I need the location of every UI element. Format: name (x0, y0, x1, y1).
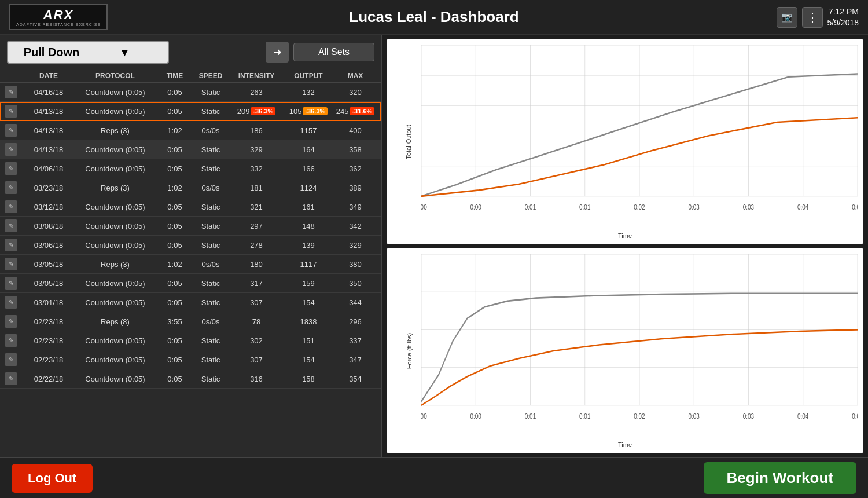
col-time: TIME (159, 72, 191, 80)
cell-speed: 0s/0s (191, 317, 230, 326)
cell-protocol: Countdown (0:05) (72, 222, 159, 230)
header-right: 📷 ⋮ 7:12 PM 5/9/2018 (743, 6, 859, 27)
cell-intensity: 209-36.3% (230, 107, 282, 116)
camera-icon: 📷 (781, 12, 793, 23)
cell-protocol: Countdown (0:05) (72, 107, 159, 116)
table-row[interactable]: ✎03/05/18Countdown (0:05)0:05Static31715… (0, 274, 381, 293)
table-row[interactable]: ✎03/23/18Reps (3)1:020s/0s1811124389 (0, 178, 381, 197)
menu-button[interactable]: ⋮ (802, 7, 823, 28)
cell-time: 0:05 (159, 107, 191, 116)
bottom-chart-ylabel: Force (ft-lbs) (406, 332, 413, 368)
table-row[interactable]: ✎03/08/18Countdown (0:05)0:05Static29714… (0, 217, 381, 236)
cell-time: 0:05 (159, 298, 191, 307)
cell-intensity: 297 (230, 222, 282, 230)
table-header: DATE PROTOCOL TIME SPEED INTENSITY OUTPU… (0, 69, 381, 83)
table-row[interactable]: ✎03/12/18Countdown (0:05)0:05Static32116… (0, 197, 381, 217)
cell-protocol: Countdown (0:05) (72, 88, 159, 97)
table-row[interactable]: ✎02/23/18Reps (8)3:550s/0s781838296 (0, 312, 381, 331)
edit-icon[interactable]: ✎ (5, 239, 25, 251)
cell-time: 0:05 (159, 88, 191, 97)
cell-speed: Static (191, 145, 230, 154)
cell-max: 358 (334, 145, 376, 154)
cell-intensity: 316 (230, 375, 282, 383)
edit-icon[interactable]: ✎ (5, 353, 25, 366)
cell-protocol: Countdown (0:05) (72, 203, 159, 211)
table-row[interactable]: ✎04/13/18Countdown (0:05)0:05Static209-3… (0, 102, 381, 121)
arrow-button[interactable]: ➜ (266, 42, 289, 63)
exercise-dropdown[interactable]: Pull Down ▾ (7, 41, 169, 64)
cell-protocol: Countdown (0:05) (72, 241, 159, 250)
table-row[interactable]: ✎03/05/18Reps (3)1:020s/0s1801117380 (0, 255, 381, 274)
table-row[interactable]: ✎03/01/18Countdown (0:05)0:05Static30715… (0, 293, 381, 312)
camera-button[interactable]: 📷 (777, 7, 797, 28)
top-chart-svg: 0 40 80 120 160 200 0:00 0:00 0:01 0:01 … (421, 45, 858, 226)
cell-time: 0:05 (159, 241, 191, 250)
cell-speed: Static (191, 298, 230, 307)
cell-intensity: 317 (230, 279, 282, 288)
edit-icon[interactable]: ✎ (5, 200, 25, 213)
cell-max: 344 (334, 298, 376, 307)
edit-icon[interactable]: ✎ (5, 315, 25, 328)
top-chart-xlabel: Time (618, 232, 632, 239)
cell-max: 329 (334, 241, 376, 250)
svg-text:0:01: 0:01 (525, 203, 536, 211)
edit-icon[interactable]: ✎ (5, 334, 25, 347)
table-row[interactable]: ✎02/23/18Countdown (0:05)0:05Static30715… (0, 350, 381, 369)
svg-text:0:04: 0:04 (797, 203, 809, 211)
cell-speed: Static (191, 164, 230, 173)
edit-icon[interactable]: ✎ (5, 124, 25, 137)
cell-date: 02/23/18 (25, 356, 72, 364)
table-row[interactable]: ✎04/13/18Countdown (0:05)0:05Static32916… (0, 140, 381, 159)
cell-protocol: Countdown (0:05) (72, 298, 159, 307)
cell-speed: Static (191, 336, 230, 345)
logout-button[interactable]: Log Out (12, 464, 93, 493)
cell-date: 03/05/18 (25, 279, 72, 288)
table-row[interactable]: ✎04/13/18Reps (3)1:020s/0s1861157400 (0, 121, 381, 140)
svg-text:0:01: 0:01 (579, 203, 590, 211)
table-row[interactable]: ✎02/22/18Countdown (0:05)0:05Static31615… (0, 369, 381, 389)
cell-time: 0:05 (159, 356, 191, 364)
table-body: ✎04/16/18Countdown (0:05)0:05Static26313… (0, 83, 381, 457)
table-row[interactable]: ✎04/16/18Countdown (0:05)0:05Static26313… (0, 83, 381, 102)
page-title: Lucas Leal - Dashboard (125, 8, 743, 26)
edit-icon[interactable]: ✎ (5, 258, 25, 270)
edit-icon[interactable]: ✎ (5, 143, 25, 156)
cell-max: 320 (334, 88, 376, 97)
svg-text:0:02: 0:02 (634, 203, 645, 211)
edit-icon[interactable]: ✎ (5, 181, 25, 194)
cell-date: 02/23/18 (25, 336, 72, 345)
col-edit (5, 72, 25, 80)
edit-icon[interactable]: ✎ (5, 86, 25, 98)
cell-protocol: Countdown (0:05) (72, 145, 159, 154)
cell-date: 04/13/18 (25, 126, 72, 135)
begin-workout-button[interactable]: Begin Workout (704, 462, 856, 494)
cell-output: 159 (282, 279, 334, 288)
cell-intensity: 180 (230, 260, 282, 269)
cell-protocol: Countdown (0:05) (72, 375, 159, 383)
cell-max: 245-31.6% (334, 107, 376, 116)
cell-max: 354 (334, 375, 376, 383)
col-speed: SPEED (191, 72, 230, 80)
table-row[interactable]: ✎02/23/18Countdown (0:05)0:05Static30215… (0, 331, 381, 350)
cell-intensity: 332 (230, 164, 282, 173)
cell-protocol: Countdown (0:05) (72, 164, 159, 173)
edit-icon[interactable]: ✎ (5, 162, 25, 175)
cell-max: 342 (334, 222, 376, 230)
col-date: DATE (25, 72, 72, 80)
table-row[interactable]: ✎04/06/18Countdown (0:05)0:05Static33216… (0, 159, 381, 178)
logo-text: ARX (43, 8, 73, 23)
edit-icon[interactable]: ✎ (5, 296, 25, 309)
table-row[interactable]: ✎03/06/18Countdown (0:05)0:05Static27813… (0, 236, 381, 255)
cell-output: 164 (282, 145, 334, 154)
bottom-chart-xlabel: Time (618, 441, 632, 448)
svg-text:0:03: 0:03 (689, 412, 700, 420)
edit-icon[interactable]: ✎ (5, 277, 25, 290)
cell-speed: 0s/0s (191, 126, 230, 135)
svg-text:0:00: 0:00 (421, 412, 427, 420)
allsets-button[interactable]: All Sets (293, 43, 374, 61)
edit-icon[interactable]: ✎ (5, 219, 25, 232)
header: ARX adaptive resistance exercise Lucas L… (0, 0, 868, 35)
cell-time: 0:05 (159, 336, 191, 345)
edit-icon[interactable]: ✎ (5, 105, 25, 118)
edit-icon[interactable]: ✎ (5, 372, 25, 385)
